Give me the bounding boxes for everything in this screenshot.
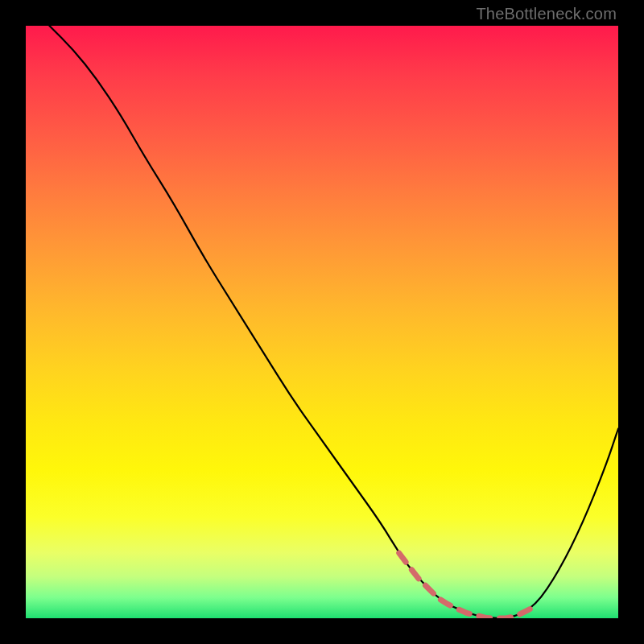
optimal-range-highlight xyxy=(399,553,535,618)
watermark-label: TheBottleneck.com xyxy=(476,5,617,23)
chart-svg xyxy=(26,26,618,618)
chart-container: TheBottleneck.com xyxy=(0,0,644,644)
plot-area xyxy=(26,26,618,618)
bottleneck-curve xyxy=(49,26,618,618)
